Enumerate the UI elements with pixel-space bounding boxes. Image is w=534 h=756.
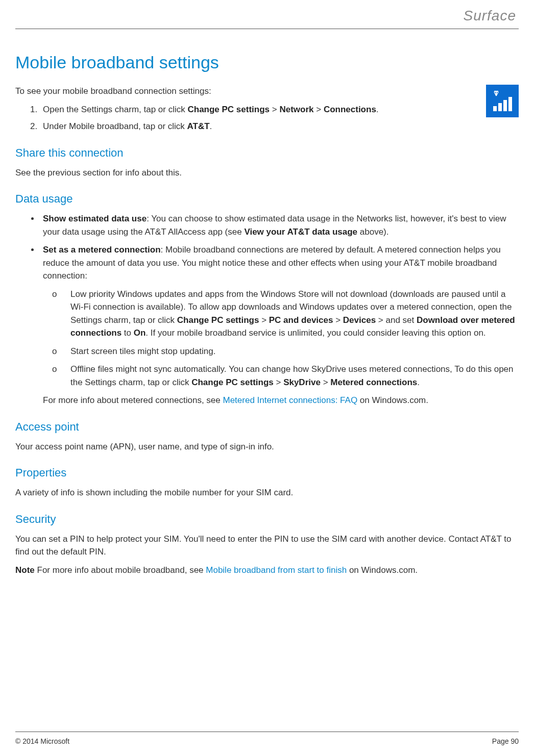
du-o1-gt3: > <box>376 315 385 325</box>
security-text: You can set a PIN to help protect your S… <box>15 533 519 559</box>
share-text: See the previous section for info about … <box>15 166 519 180</box>
svg-rect-2 <box>503 100 507 111</box>
note-b: on Windows.com. <box>347 565 418 575</box>
metered-faq-link[interactable]: Metered Internet connections: FAQ <box>223 395 357 405</box>
du-o1-b3: Devices <box>343 315 376 325</box>
svg-rect-1 <box>498 103 502 111</box>
svg-rect-0 <box>493 106 497 111</box>
footer-copyright: © 2014 Microsoft <box>15 736 69 747</box>
note-a: For more info about mobile broadband, se… <box>35 565 206 575</box>
heading-share: Share this connection <box>15 144 519 161</box>
brand-logo: Surface <box>15 5 519 27</box>
heading-data-usage: Data usage <box>15 190 519 207</box>
du-more-b: on Windows.com. <box>357 395 428 405</box>
access-point-text: Your access point name (APN), user name,… <box>15 440 519 453</box>
du-o3-b3: Metered connections <box>330 377 417 387</box>
du-o1-gt2: > <box>333 315 343 325</box>
header-divider <box>15 29 519 29</box>
du-sub-3: Offline files might not sync automatical… <box>67 363 519 389</box>
step-1-end: . <box>376 105 379 114</box>
du-sub-1: Low priority Windows updates and apps fr… <box>67 288 519 340</box>
du-o3-gt1: > <box>274 377 283 387</box>
heading-properties: Properties <box>15 464 519 481</box>
du-b1-text-b: above). <box>357 227 389 237</box>
du-o1-to: to <box>122 328 134 338</box>
du-b1-lead: Show estimated data use <box>43 214 147 223</box>
step-1-text-a: Open the Settings charm, tap or click <box>43 105 187 114</box>
security-note: Note For more info about mobile broadban… <box>15 564 519 577</box>
step-1: Open the Settings charm, tap or click Ch… <box>40 103 519 116</box>
step-2-b: AT&T <box>187 121 210 131</box>
step-1-gt2: > <box>314 105 324 114</box>
du-b2-lead: Set as a metered connection <box>43 245 161 255</box>
du-o1-gt1: > <box>259 315 269 325</box>
du-o1-b1: Change PC settings <box>177 315 259 325</box>
intro-text: To see your mobile broadband connection … <box>15 85 519 98</box>
du-o1-mid: and set <box>385 315 417 325</box>
du-o3-b2: SkyDrive <box>283 377 321 387</box>
du-b1-bold: View your AT&T data usage <box>244 227 357 237</box>
step-2-end: . <box>210 121 212 131</box>
step-2-text-a: Under Mobile broadband, tap or click <box>43 121 187 131</box>
heading-access-point: Access point <box>15 418 519 435</box>
data-usage-bullet-1: Show estimated data use: You can choose … <box>40 212 519 238</box>
heading-security: Security <box>15 511 519 527</box>
note-lead: Note <box>15 565 35 575</box>
data-usage-bullet-2: Set as a metered connection: Mobile broa… <box>40 243 519 407</box>
du-o1-end: . If your mobile broadband service is un… <box>145 328 486 338</box>
du-o3-b1: Change PC settings <box>191 377 274 387</box>
page-title: Mobile broadband settings <box>15 49 519 75</box>
svg-rect-3 <box>508 97 512 111</box>
du-o1-b5: On <box>134 328 146 338</box>
du-sub-2: Start screen tiles might stop updating. <box>67 345 519 358</box>
du-o3-gt2: > <box>321 377 330 387</box>
properties-text: A variety of info is shown including the… <box>15 486 519 499</box>
step-1-gt1: > <box>270 105 279 114</box>
du-b1-colon: : <box>147 214 151 223</box>
step-1-b1: Change PC settings <box>187 105 270 114</box>
mobile-signal-icon <box>486 85 519 117</box>
du-more: For more info about metered connections,… <box>43 394 519 407</box>
step-2: Under Mobile broadband, tap or click AT&… <box>40 120 519 133</box>
step-1-b2: Network <box>279 105 313 114</box>
du-b2-colon: : <box>161 245 165 255</box>
mobile-broadband-link[interactable]: Mobile broadband from start to finish <box>206 565 347 575</box>
step-1-b3: Connections <box>324 105 376 114</box>
du-more-a: For more info about metered connections,… <box>43 395 223 405</box>
du-o3-end: . <box>417 377 420 387</box>
du-o1-b2: PC and devices <box>269 315 333 325</box>
footer-page-number: Page 90 <box>492 736 519 747</box>
